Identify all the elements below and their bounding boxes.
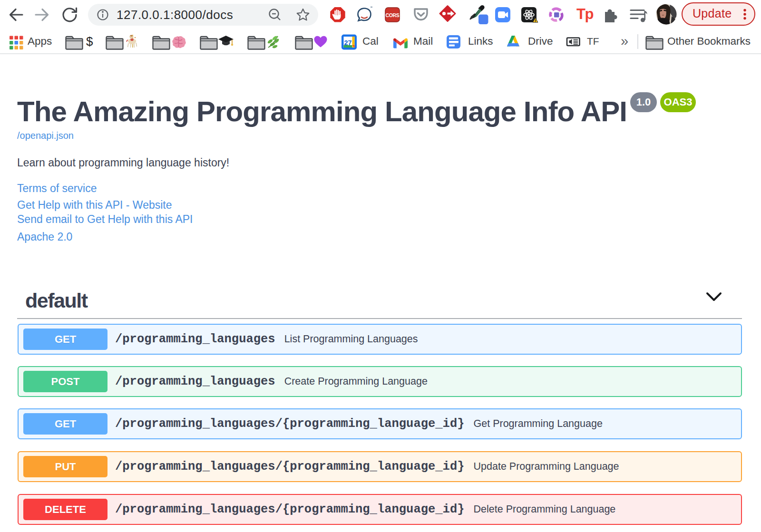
svg-text:Tp: Tp (576, 6, 593, 22)
svg-text:CORS: CORS (385, 12, 399, 18)
